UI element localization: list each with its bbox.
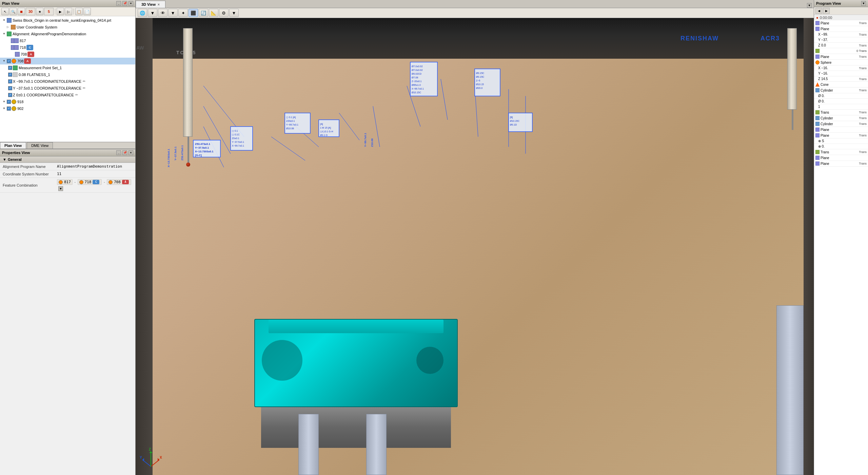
arrow-right-btn[interactable]: ▶: [57, 8, 64, 15]
flatness-checkbox[interactable]: [8, 73, 12, 77]
prog-item-0trans[interactable]: 0 Trans: [814, 48, 868, 54]
item-708-main[interactable]: ▼ 708 A: [0, 58, 135, 64]
view-dropdown-btn[interactable]: ▼: [807, 3, 812, 8]
prog-next-btn[interactable]: ▶: [823, 8, 830, 14]
fc-badge-A: A: [122, 180, 129, 184]
file-arrow: ▼: [3, 17, 7, 23]
prog-item-plane2[interactable]: Plane: [814, 26, 868, 32]
prog-item-sphere[interactable]: Sphere: [814, 60, 868, 65]
prog-item-y1[interactable]: Y −37.: [814, 37, 868, 43]
ztol-node[interactable]: Z 0±0.1 COORDINATETOLERANCE ✏: [0, 92, 135, 98]
prog-label-plane2: Plane: [821, 27, 867, 31]
item902-circle: [12, 106, 16, 111]
prog-item-cross2[interactable]: ⊕ 0.: [814, 144, 868, 149]
view-btn-6[interactable]: 🔄: [199, 9, 208, 17]
item918-checkbox[interactable]: [7, 100, 11, 104]
view-btn-3[interactable]: 👁: [158, 9, 167, 17]
prop-minimize-btn[interactable]: _: [116, 150, 121, 155]
item718-label: 718: [20, 44, 26, 51]
coord-system-node[interactable]: ▷ User Coordinate System: [0, 24, 135, 31]
tab-dme-view[interactable]: DME View: [27, 142, 53, 149]
tab-plan-view[interactable]: Plan View: [0, 142, 26, 149]
item-708-small[interactable]: 708 A: [0, 51, 135, 58]
feature-combo-dropdown[interactable]: ▼: [58, 186, 63, 191]
prog-label-z2: Z 14.5: [818, 77, 858, 81]
file-node[interactable]: ▼ Swiss Block_Origin in central hole_sun…: [0, 17, 135, 24]
prog-item-plane5[interactable]: Plane Trans: [814, 133, 868, 138]
item-718[interactable]: 718 C: [0, 44, 135, 51]
prog-item-d3[interactable]: 1: [814, 104, 868, 110]
ytol-node[interactable]: Y −37.5±0.1 COORDINATETOLERANCE ✏: [0, 85, 135, 92]
search-btn[interactable]: 🔍: [9, 8, 17, 15]
prog-prev-btn[interactable]: ◀: [815, 8, 822, 14]
prog-item-plane1[interactable]: Plane Trans: [814, 20, 868, 26]
close-btn[interactable]: ×: [129, 1, 133, 6]
prog-item-plane7[interactable]: Plane Trans: [814, 161, 868, 167]
star-btn[interactable]: ★: [36, 8, 43, 15]
pin-btn[interactable]: 📌: [122, 1, 127, 6]
item-817[interactable]: 817: [0, 37, 135, 44]
xtol-node[interactable]: X −99.7±0.1 COORDINATETOLERANCE ✏: [0, 78, 135, 85]
xtol-checkbox[interactable]: [8, 79, 12, 83]
fc-label-817: 817: [64, 180, 71, 184]
prog-item-cyl1[interactable]: Cylinder Trans: [814, 88, 868, 93]
prog-item-plane6[interactable]: Plane: [814, 155, 868, 161]
alignment-node[interactable]: ▼ Alignment: AlignmentProgramDemonstrati…: [0, 31, 135, 37]
view-btn-4[interactable]: ▼: [168, 9, 178, 17]
program-list[interactable]: Plane Trans Plane X −99. Trans Y −37. Z …: [814, 20, 868, 475]
alignment-prog-value: AlignmentProgramDemonstration: [54, 163, 135, 170]
prog-item-d1[interactable]: Ø 0.: [814, 93, 868, 99]
prog-trans-trans2: Trans: [859, 150, 867, 154]
tab-3d-close[interactable]: ×: [158, 3, 160, 6]
prog-item-z1[interactable]: Z 0.0 Trans: [814, 43, 868, 48]
mps1-checkbox[interactable]: [8, 66, 12, 70]
prog-dropdown-btn[interactable]: ▼: [861, 1, 866, 6]
tab-3d-label: 3D View: [141, 2, 156, 6]
prog-item-d2[interactable]: Ø 0.: [814, 99, 868, 104]
fc-badge-C: C: [93, 180, 99, 184]
prog-item-x2[interactable]: X −16. Trans: [814, 65, 868, 71]
view-btn-9[interactable]: ▼: [229, 9, 239, 17]
prog-item-plane4[interactable]: Plane: [814, 127, 868, 133]
item902-checkbox[interactable]: [7, 107, 11, 111]
item708-checkbox[interactable]: [7, 59, 11, 63]
ztol-checkbox[interactable]: [8, 93, 12, 97]
prog-label-cyl2: Cylinder: [821, 116, 858, 120]
plan-view-tree[interactable]: ▼ Swiss Block_Origin in central hole_sun…: [0, 16, 135, 142]
prop-close-btn[interactable]: ×: [129, 150, 133, 155]
prog-item-cyl2[interactable]: Cylinder Trans: [814, 115, 868, 121]
cursor-btn[interactable]: ↖: [1, 8, 9, 15]
tab-3d-view[interactable]: 3D View ×: [136, 1, 165, 8]
prog-item-cone[interactable]: Cone: [814, 82, 868, 88]
prog-item-trans2[interactable]: Trans Trans: [814, 149, 868, 155]
paste-btn[interactable]: 📄: [83, 8, 91, 15]
prog-item-cross1[interactable]: ⊕ S: [814, 138, 868, 144]
workpiece-top-detail: [269, 320, 443, 333]
view-btn-8[interactable]: ⚙: [219, 9, 229, 17]
view-btn-5[interactable]: ✦: [178, 9, 188, 17]
arrow-right2-btn[interactable]: ▷: [65, 8, 72, 15]
flatness-node[interactable]: 0.08 FLATNESS_1: [0, 71, 135, 78]
view-btn-2[interactable]: ▼: [148, 9, 157, 17]
badge-A-small: A: [27, 52, 34, 57]
view-btn-stop[interactable]: ⬛: [189, 9, 198, 17]
ytol-checkbox[interactable]: [8, 86, 12, 90]
prog-item-y2[interactable]: Y −16.: [814, 71, 868, 76]
workpiece-base: [261, 407, 451, 448]
viewport-3d[interactable]: TCR25 AW RENISHAW ACR3: [136, 18, 814, 475]
probe-left-ball: [186, 163, 190, 167]
mps1-node[interactable]: Measurement Point Set_1: [0, 64, 135, 71]
prog-item-cyl3[interactable]: Cylinder Trans: [814, 121, 868, 127]
copy-btn[interactable]: 📋: [75, 8, 83, 15]
prog-item-x1[interactable]: X −99. Trans: [814, 32, 868, 37]
prop-pin-btn[interactable]: 📌: [122, 150, 127, 155]
prog-item-z2[interactable]: Z 14.5 Trans: [814, 76, 868, 82]
view-btn-7[interactable]: 📐: [209, 9, 218, 17]
prog-item-plane3[interactable]: Plane Trans: [814, 54, 868, 60]
item-902[interactable]: ▼ 902: [0, 105, 135, 112]
minimize-btn[interactable]: _: [116, 1, 121, 6]
view-btn-1[interactable]: 🌐: [138, 9, 147, 17]
run-stop-btn[interactable]: ⏹: [18, 8, 25, 15]
prog-item-trans1[interactable]: Trans Trans: [814, 110, 868, 115]
item-918[interactable]: ▼ 918: [0, 98, 135, 105]
